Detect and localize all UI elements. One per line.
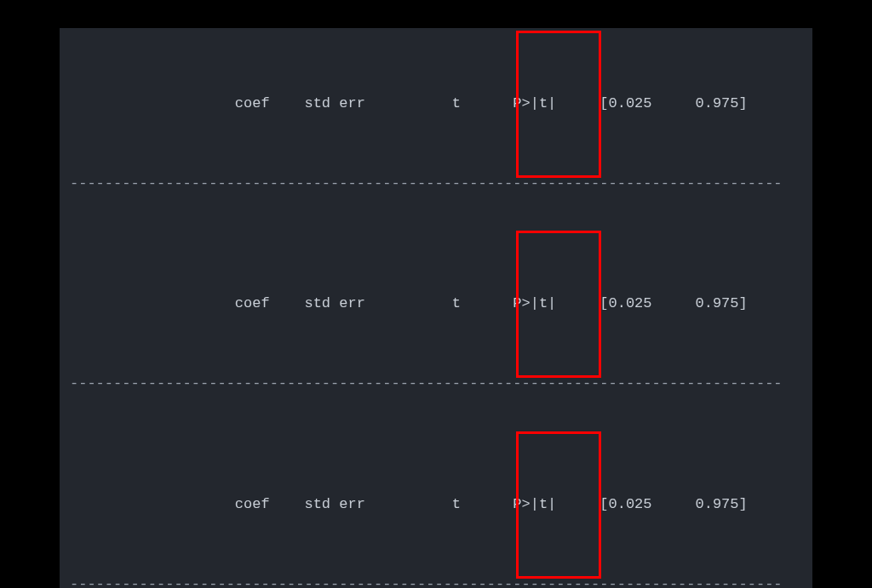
regression-output-3: coef std err t P>|t| [0.025 0.975] -----… bbox=[60, 429, 812, 588]
table-header: coef std err t P>|t| [0.025 0.975] bbox=[70, 90, 808, 117]
table-divider: ----------------------------------------… bbox=[70, 170, 808, 197]
table-divider: ----------------------------------------… bbox=[70, 571, 808, 588]
table-header: coef std err t P>|t| [0.025 0.975] bbox=[70, 491, 808, 517]
table-header: coef std err t P>|t| [0.025 0.975] bbox=[70, 290, 808, 317]
table-divider: ----------------------------------------… bbox=[70, 370, 808, 397]
